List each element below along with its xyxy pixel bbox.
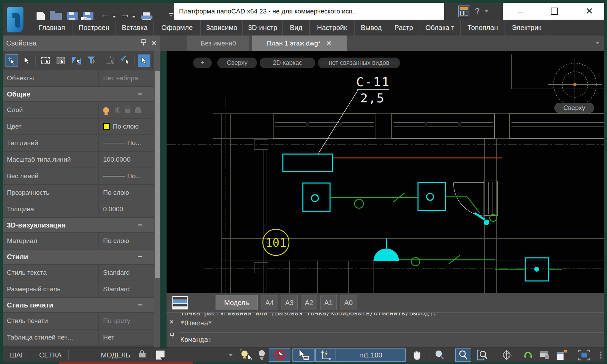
layout-tab-a4[interactable]: А4 [261,295,278,310]
tab-postroenie[interactable]: Построен [72,20,116,36]
property-row[interactable]: Толщина 0.0000 [3,201,154,217]
luminaires[interactable] [374,220,539,272]
tab-glavnaya[interactable]: Главная [32,20,72,36]
circuit-label[interactable]: C-11 [356,75,390,89]
layer-print-icon[interactable] [135,109,141,113]
dynamic-input-axis-icon[interactable] [315,348,336,362]
command-line-panel[interactable]: ✕ Точка растягивания или [Базовая точка/… [167,312,604,347]
drawing-canvas[interactable]: C-11 2,5 [167,51,604,293]
help-icon[interactable]: ? [475,7,479,16]
layout-tab-a2[interactable]: А2 [301,295,317,310]
layer-lock-icon[interactable] [125,109,130,113]
tab-elektrik[interactable]: Электрик [505,20,548,36]
no-select-cursor-icon[interactable] [269,348,290,362]
close-command-icon[interactable]: ✕ [169,317,174,326]
property-row-lineweight[interactable]: Вес линий По... [3,168,154,184]
confirm-check-icon[interactable]: ✓ [119,54,132,67]
redo-icon[interactable]: → [120,9,130,19]
undo-dropdown-icon[interactable] [112,16,116,18]
tab-nastroyki[interactable]: Настройк [310,20,355,36]
command-input[interactable]: Команда: [180,335,212,345]
regen-icon[interactable] [521,348,535,362]
electrical-blocks[interactable] [283,154,548,281]
panel-scrollbar[interactable] [154,51,160,347]
scale-field[interactable]: m1:100 [336,348,406,362]
close-panel-icon[interactable]: ✕ [151,39,157,48]
flip-select-icon[interactable] [70,54,83,67]
close-doc-icon[interactable]: ✕ [326,39,332,48]
rect-select-icon[interactable] [39,54,52,67]
move-box-icon[interactable]: ↑ [104,54,117,67]
doc-tab-plan-active[interactable]: План 1 этаж.dwg* ✕ [252,36,347,51]
section-header[interactable]: Стили − [3,250,154,264]
viewport-linked-views-control[interactable]: --- нет связанных видов --- [318,58,400,68]
collapse-icon[interactable]: − [138,221,142,230]
property-row[interactable]: Стиль текста Standard [3,265,154,281]
viewport-plus-control[interactable]: + [193,58,212,68]
pin-command-icon[interactable] [170,333,175,340]
doc-tab-unnamed[interactable]: Без имени0 [187,36,249,51]
lock-icon[interactable] [137,348,148,362]
rect-crossing-select-icon[interactable] [54,54,67,67]
layout-tab-a3[interactable]: А3 [281,295,298,310]
model-space-toggle[interactable]: МОДЕЛЬ [95,348,136,362]
preview-frame-icon[interactable] [576,348,593,362]
property-row[interactable]: Размерный стиль Standard [3,281,154,297]
minimize-button[interactable]: – [513,3,528,20]
property-row-color[interactable]: Цвет По слою [3,119,154,134]
highlight-bulb-icon[interactable] [238,348,254,362]
viewport-visual-style-control[interactable]: 2D-каркас [260,58,315,68]
collapse-icon[interactable]: − [138,90,142,99]
pointer-mode-icon[interactable] [138,54,150,67]
tab-vstavka[interactable]: Вставка [116,20,154,36]
layer-on-bulb-icon[interactable] [103,107,109,113]
grid-toggle[interactable]: СЕТКА [35,348,66,362]
filter-lightning-icon[interactable] [86,54,98,67]
pointer-icon[interactable] [21,54,33,67]
tab-topoplan[interactable]: Топоплан [461,20,505,36]
property-row-linetype[interactable]: Тип линий По... [3,135,154,151]
section-header[interactable]: Общие − [3,87,154,101]
locked-sheet-icon[interactable] [537,348,552,362]
doc-tabs-dropdown-icon[interactable] [595,42,599,44]
nav-view-label[interactable]: Сверху [563,104,585,111]
sheet-list-icon[interactable] [172,296,188,310]
circuit-value[interactable]: 2,5 [360,91,385,105]
property-row[interactable]: Стиль печати По цвету [3,313,154,329]
orbit-icon[interactable] [499,348,515,362]
close-button[interactable]: ✕ [581,3,597,20]
bulb-icon[interactable] [257,348,267,362]
property-row[interactable]: Материал По слою [3,233,154,249]
zoom-realtime-icon[interactable] [455,348,471,362]
add-select-icon[interactable]: + [6,54,18,67]
tab-vid[interactable]: Вид [283,20,310,36]
section-header[interactable]: 3D-визуализация − [3,218,154,232]
selection-dropdown-icon[interactable] [229,354,233,356]
property-row[interactable]: Таблица стилей печ... Нет [3,330,154,345]
property-row[interactable]: Масштаб типа линий 100.0000 [3,152,154,168]
collapse-icon[interactable]: − [138,252,142,261]
ribbon-interface-icon[interactable] [458,6,470,17]
cursor-context-menu-icon[interactable] [292,348,315,362]
property-row[interactable]: Прозрачность По слою [3,185,154,201]
pin-icon[interactable] [140,39,147,48]
viewport-view-control[interactable]: Сверху [217,58,257,68]
export-sheet-icon[interactable] [553,348,569,362]
pan-hand-icon[interactable] [410,348,425,362]
layout-tab-a0[interactable]: А0 [340,295,357,310]
property-row[interactable]: Объекты Нет набора [3,70,154,86]
tab-oblaka-tochek[interactable]: Облака т [419,20,461,36]
layout-tab-model[interactable]: Модель [216,295,258,310]
layout-tab-a1[interactable]: А1 [320,295,337,310]
property-row-layer[interactable]: Слой [3,102,154,118]
tab-rastr[interactable]: Растр [388,20,419,36]
scrollbar-thumb[interactable] [155,71,160,278]
room-number[interactable]: 101 [265,236,286,250]
zoom-window-icon[interactable] [475,348,490,362]
help-dropdown-icon[interactable] [485,10,489,12]
zoom-magnifier-icon[interactable] [432,348,447,362]
tab-oformlenie[interactable]: Оформле [154,20,201,36]
snap-toggle[interactable]: ШАГ [6,348,28,362]
tab-3d-instrumenty[interactable]: 3D-инстр [243,20,283,36]
nav-wheel[interactable]: Сверху [548,58,602,113]
